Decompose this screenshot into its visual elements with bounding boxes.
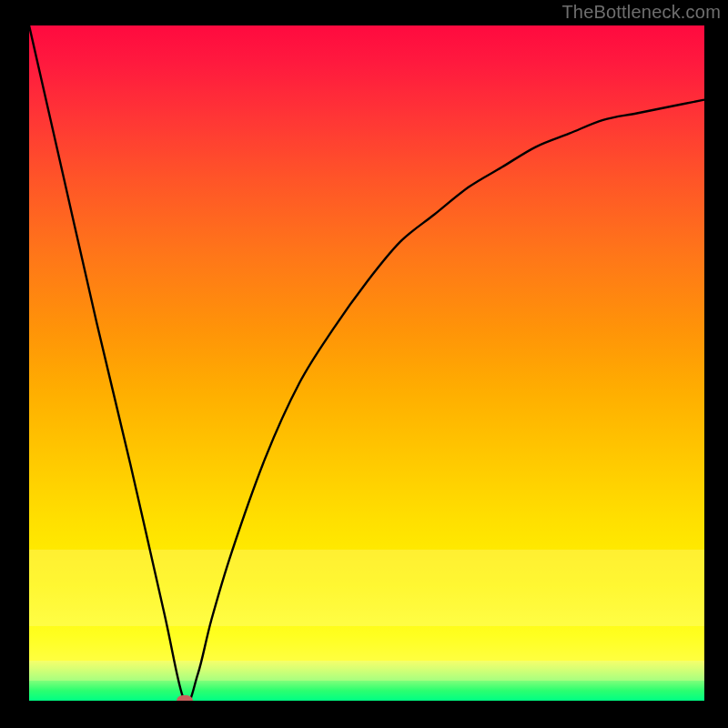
watermark-text: TheBottleneck.com [561,2,721,23]
plot-area [29,25,704,701]
curve-path [29,25,704,701]
optimal-point-marker [177,695,193,701]
bottleneck-curve [29,25,704,701]
chart-frame: TheBottleneck.com [0,0,728,728]
